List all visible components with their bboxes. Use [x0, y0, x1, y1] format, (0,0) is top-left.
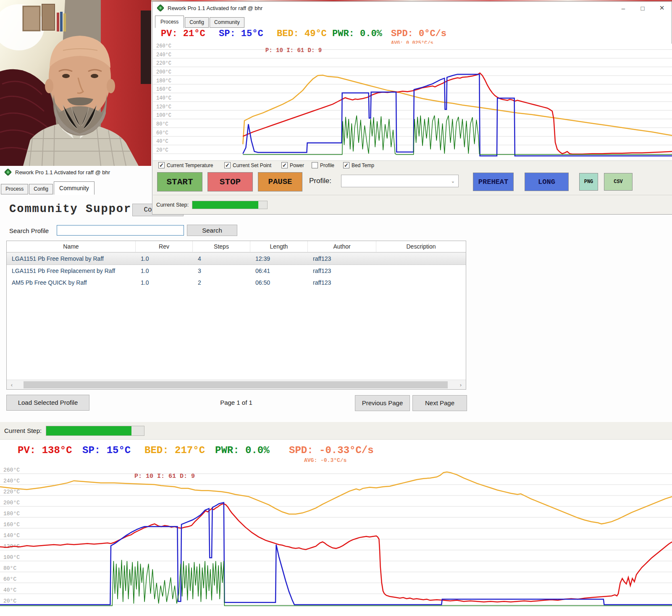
profile-label: Profile:	[309, 177, 331, 185]
svg-text:60°C: 60°C	[3, 576, 16, 582]
column-name[interactable]: Name	[7, 241, 136, 252]
horizontal-scrollbar[interactable]: ‹ ›	[7, 380, 466, 389]
checkbox-current-temperature[interactable]: Current Temperature	[158, 162, 213, 168]
svg-text:100°C: 100°C	[3, 554, 20, 561]
app-icon	[4, 168, 12, 176]
pause-button[interactable]: PAUSE	[258, 172, 302, 191]
preheat-button[interactable]: PREHEAT	[473, 173, 514, 191]
stat-bed: BED: 49°C	[277, 29, 327, 39]
stop-button[interactable]: STOP	[207, 172, 253, 191]
svg-text:240°C: 240°C	[156, 52, 171, 58]
checkbox-bed-temp[interactable]: Bed Temp	[343, 162, 374, 168]
svg-text:160°C: 160°C	[3, 522, 20, 528]
current-step-label: Current Step:	[156, 202, 189, 208]
checkbox-power[interactable]: Power	[281, 162, 304, 168]
checkbox-profile[interactable]: Profile	[312, 162, 334, 168]
stats-row: PV: 138°C SP: 15°C BED: 217°C PWR: 0.0% …	[0, 440, 672, 462]
tab-process[interactable]: Process	[1, 184, 28, 194]
svg-text:260°C: 260°C	[3, 467, 20, 473]
svg-text:200°C: 200°C	[156, 69, 171, 75]
tab-config[interactable]: Config	[29, 184, 53, 194]
checkbox-current-set-point[interactable]: Current Set Point	[224, 162, 271, 168]
progress-fill	[46, 426, 131, 435]
webcam-scene	[0, 0, 151, 166]
start-button[interactable]: START	[157, 172, 202, 191]
profile-dropdown[interactable]: ⌄	[341, 175, 459, 187]
tabstrip: Process Config Community	[155, 15, 672, 28]
stat-pv: PV: 138°C	[18, 445, 72, 456]
next-page-button[interactable]: Next Page	[412, 395, 467, 411]
table-header-row: Name Rev Steps Length Author Description	[7, 241, 466, 252]
svg-text:140°C: 140°C	[3, 532, 20, 539]
current-step-strip: Current Step:	[153, 195, 672, 214]
close-button[interactable]: ✕	[652, 4, 672, 12]
column-rev[interactable]: Rev	[136, 241, 193, 252]
long-button[interactable]: LONG	[525, 173, 569, 191]
search-profile-input[interactable]	[57, 225, 184, 236]
checkbox-icon	[281, 162, 288, 168]
scroll-left-icon[interactable]: ‹	[7, 382, 17, 388]
svg-text:80°C: 80°C	[156, 121, 168, 127]
titlebar: Rework Pro 1.1 Activated for raff @ bhr …	[152, 2, 672, 14]
process-window: Rework Pro 1.1 Activated for raff @ bhr …	[152, 1, 672, 215]
svg-text:80°C: 80°C	[3, 565, 16, 571]
svg-text:40°C: 40°C	[156, 139, 168, 144]
stat-bed: BED: 217°C	[144, 445, 205, 456]
svg-text:P: 10 I: 61 D: 9: P: 10 I: 61 D: 9	[265, 47, 322, 54]
current-step-label: Current Step:	[4, 427, 42, 434]
table-row[interactable]: LGA1151 Pb Free Removal by Raff 1.0 4 12…	[7, 252, 466, 265]
tab-community[interactable]: Community	[210, 17, 244, 28]
stat-pwr: PWR: 0.0%	[215, 445, 270, 456]
scroll-right-icon[interactable]: ›	[456, 382, 466, 388]
svg-text:100°C: 100°C	[156, 113, 171, 118]
svg-text:20°C: 20°C	[156, 147, 168, 153]
process-chart: 260°C240°C220°C200°C180°C160°C140°C120°C…	[153, 44, 672, 160]
svg-text:220°C: 220°C	[156, 60, 171, 66]
search-button[interactable]: Search	[187, 225, 237, 236]
stats-row: PV: 21°C SP: 15°C BED: 49°C PWR: 0.0% SP…	[152, 27, 672, 45]
svg-text:P: 10 I: 61 D: 9: P: 10 I: 61 D: 9	[134, 473, 195, 480]
stat-spd: SPD: 0°C/s	[391, 29, 446, 39]
stat-spd: SPD: -0.33°C/s	[289, 445, 374, 456]
svg-text:140°C: 140°C	[156, 95, 171, 101]
table-row[interactable]: LGA1151 Pb Free Replacement by Raff 1.0 …	[7, 265, 466, 277]
svg-text:20°C: 20°C	[3, 598, 16, 604]
svg-text:180°C: 180°C	[3, 511, 20, 517]
checkbox-icon	[224, 162, 231, 168]
webcam-video	[0, 0, 151, 166]
tab-config[interactable]: Config	[185, 17, 209, 28]
stat-pwr: PWR: 0.0%	[332, 29, 382, 39]
tab-community[interactable]: Community	[54, 181, 94, 195]
export-png-button[interactable]: PNG	[579, 173, 598, 191]
app-icon	[157, 4, 164, 12]
column-steps[interactable]: Steps	[193, 241, 250, 252]
current-step-progressbar	[192, 201, 268, 209]
minimize-button[interactable]: –	[614, 5, 633, 12]
tab-process[interactable]: Process	[155, 16, 184, 28]
svg-text:220°C: 220°C	[3, 489, 20, 495]
previous-page-button[interactable]: Previous Page	[355, 395, 410, 411]
maximize-button[interactable]: □	[633, 5, 652, 12]
svg-text:160°C: 160°C	[156, 87, 171, 92]
svg-text:200°C: 200°C	[3, 500, 20, 506]
checkbox-icon	[343, 162, 349, 168]
checkbox-icon	[312, 162, 318, 168]
column-description[interactable]: Description	[376, 241, 466, 252]
stat-pv: PV: 21°C	[161, 29, 205, 39]
table-row[interactable]: AM5 Pb Free QUICK by Raff 1.0 2 06:50 ra…	[7, 277, 466, 288]
svg-text:240°C: 240°C	[3, 478, 20, 484]
legend-checkbox-row: Current Temperature Current Set Point Po…	[153, 160, 672, 170]
svg-text:180°C: 180°C	[156, 78, 171, 84]
search-profile-label: Search Profile	[9, 227, 49, 234]
progress-fill	[192, 201, 258, 209]
column-author[interactable]: Author	[308, 241, 376, 252]
process-chart: 260°C240°C220°C200°C180°C160°C140°C120°C…	[0, 462, 672, 616]
current-step-strip: Current Step:	[0, 422, 672, 440]
export-csv-button[interactable]: CSV	[604, 173, 633, 191]
control-button-row: START STOP PAUSE Profile: ⌄ PREHEAT LONG…	[153, 170, 672, 195]
svg-text:60°C: 60°C	[156, 130, 168, 136]
column-length[interactable]: Length	[250, 241, 308, 252]
profiles-table: Name Rev Steps Length Author Description…	[6, 241, 466, 390]
background-process-panel: Current Step: PV: 138°C SP: 15°C BED: 21…	[0, 422, 672, 616]
scrollbar-thumb[interactable]	[24, 381, 448, 388]
